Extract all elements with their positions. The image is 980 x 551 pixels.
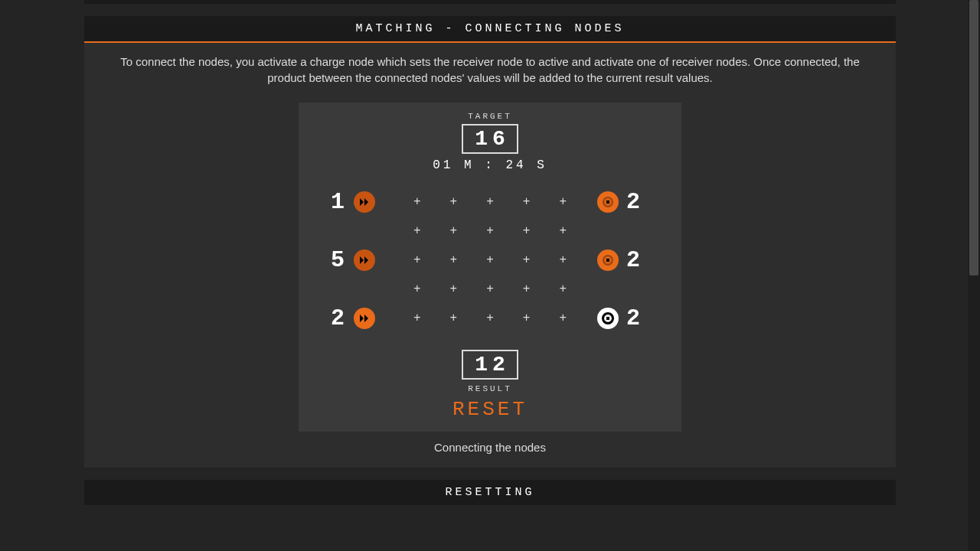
node-board: 1 +++++ 2: [329, 184, 651, 336]
receiver-node[interactable]: 2: [597, 247, 651, 273]
reset-button[interactable]: RESET: [299, 398, 681, 421]
charge-node-value: 1: [329, 189, 348, 215]
grid-dots: +++++: [329, 278, 651, 301]
game-panel: TARGET 16 01 M : 24 S 1: [299, 103, 681, 432]
figure-caption: Connecting the nodes: [84, 436, 896, 468]
node-row: 5 +++++ 2: [329, 243, 651, 278]
node-row: 1 +++++ 2: [329, 184, 651, 220]
grid-dots: +++++: [413, 311, 567, 325]
node-row: 2 +++++ 2: [329, 301, 651, 336]
section-header: MATCHING - CONNECTING NODES: [84, 16, 896, 41]
charge-node[interactable]: 5: [329, 247, 383, 273]
scrollbar-track[interactable]: [968, 0, 980, 551]
grid-dots: +++++: [413, 195, 567, 209]
scrollbar-thumb[interactable]: [969, 0, 978, 276]
receiver-node[interactable]: 2: [597, 305, 651, 331]
prev-section-header: HACK: [84, 0, 896, 4]
charge-node[interactable]: 2: [329, 305, 383, 331]
charge-node[interactable]: 1: [329, 189, 383, 215]
receiver-node[interactable]: 2: [597, 189, 651, 215]
fast-forward-icon: [354, 308, 375, 329]
target-icon: [597, 249, 619, 271]
target-icon: [597, 308, 619, 329]
section-matching: MATCHING - CONNECTING NODES To connect t…: [84, 16, 896, 468]
charge-node-value: 5: [329, 247, 348, 273]
receiver-node-value: 2: [625, 247, 643, 273]
charge-node-value: 2: [329, 305, 348, 331]
fast-forward-icon: [354, 191, 375, 213]
result-value: 12: [462, 350, 518, 380]
target-label: TARGET: [299, 112, 681, 121]
receiver-node-value: 2: [625, 189, 643, 215]
result-label: RESULT: [299, 384, 681, 393]
next-section-header: RESETTING: [84, 480, 896, 505]
target-icon: [597, 191, 619, 213]
fast-forward-icon: [354, 249, 375, 271]
grid-dots: +++++: [413, 253, 567, 267]
timer: 01 M : 24 S: [299, 158, 681, 172]
section-description: To connect the nodes, you activate a cha…: [84, 43, 896, 92]
target-value: 16: [462, 124, 518, 154]
grid-dots: +++++: [329, 220, 651, 243]
receiver-node-value: 2: [625, 305, 643, 331]
